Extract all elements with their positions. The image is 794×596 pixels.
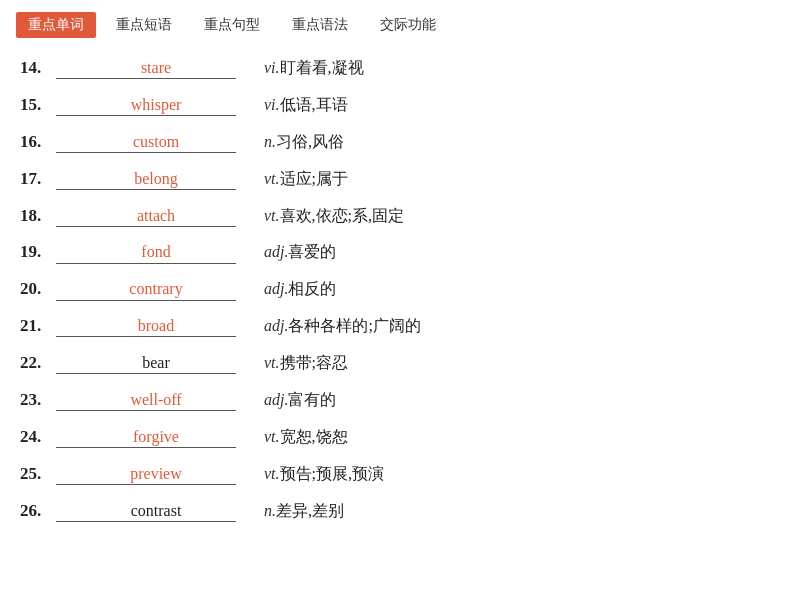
content: 14.starevi.盯着看,凝视15.whispervi.低语,耳语16.cu…: [0, 46, 794, 534]
vocab-definition: vt.预告;预展,预演: [264, 460, 384, 487]
vocab-word: whisper: [127, 91, 186, 118]
vocab-word: attach: [133, 202, 179, 229]
blank-area: broad: [56, 312, 256, 339]
vocab-row: 26.contrastn.差异,差别: [20, 493, 774, 530]
vocab-row: 24.forgivevt.宽恕,饶恕: [20, 419, 774, 456]
vocab-definition: vi.盯着看,凝视: [264, 54, 364, 81]
vocab-row: 21.broadadj.各种各样的;广阔的: [20, 308, 774, 345]
blank-area: stare: [56, 54, 256, 81]
vocab-definition: vt.携带;容忍: [264, 349, 348, 376]
blank-area: bear: [56, 349, 256, 376]
row-number: 23.: [20, 386, 56, 415]
vocab-row: 20.contraryadj.相反的: [20, 271, 774, 308]
blank-area: forgive: [56, 423, 256, 450]
vocab-word: broad: [134, 312, 178, 339]
row-number: 20.: [20, 275, 56, 304]
vocab-row: 14.starevi.盯着看,凝视: [20, 50, 774, 87]
vocab-word: well-off: [126, 386, 185, 413]
row-number: 15.: [20, 91, 56, 120]
tab-vocab[interactable]: 重点单词: [16, 12, 96, 38]
tab-sentence[interactable]: 重点句型: [192, 12, 272, 38]
row-number: 14.: [20, 54, 56, 83]
blank-area: attach: [56, 202, 256, 229]
vocab-row: 18.attachvt.喜欢,依恋;系,固定: [20, 198, 774, 235]
blank-area: fond: [56, 238, 256, 265]
vocab-word: belong: [130, 165, 182, 192]
vocab-definition: vt.宽恕,饶恕: [264, 423, 348, 450]
vocab-word: forgive: [129, 423, 183, 450]
row-number: 24.: [20, 423, 56, 452]
vocab-definition: n.习俗,风俗: [264, 128, 344, 155]
vocab-definition: adj.富有的: [264, 386, 336, 413]
row-number: 22.: [20, 349, 56, 378]
vocab-row: 15.whispervi.低语,耳语: [20, 87, 774, 124]
blank-area: contrary: [56, 275, 256, 302]
vocab-definition: vi.低语,耳语: [264, 91, 348, 118]
blank-area: belong: [56, 165, 256, 192]
tab-function[interactable]: 交际功能: [368, 12, 448, 38]
row-number: 21.: [20, 312, 56, 341]
vocab-definition: adj.各种各样的;广阔的: [264, 312, 421, 339]
vocab-row: 22.bearvt.携带;容忍: [20, 345, 774, 382]
vocab-row: 19.fondadj.喜爱的: [20, 234, 774, 271]
tab-phrase[interactable]: 重点短语: [104, 12, 184, 38]
vocab-row: 16.customn.习俗,风俗: [20, 124, 774, 161]
vocab-definition: vt.适应;属于: [264, 165, 348, 192]
vocab-row: 25.previewvt.预告;预展,预演: [20, 456, 774, 493]
row-number: 18.: [20, 202, 56, 231]
vocab-row: 23.well-offadj.富有的: [20, 382, 774, 419]
tab-grammar[interactable]: 重点语法: [280, 12, 360, 38]
row-number: 26.: [20, 497, 56, 526]
blank-area: custom: [56, 128, 256, 155]
vocab-definition: adj.喜爱的: [264, 238, 336, 265]
blank-area: contrast: [56, 497, 256, 524]
vocab-word: preview: [126, 460, 186, 487]
vocab-word: stare: [137, 54, 175, 81]
vocab-word: bear: [138, 349, 174, 376]
row-number: 16.: [20, 128, 56, 157]
vocab-word: custom: [129, 128, 183, 155]
blank-area: preview: [56, 460, 256, 487]
vocab-definition: vt.喜欢,依恋;系,固定: [264, 202, 404, 229]
blank-area: well-off: [56, 386, 256, 413]
tab-bar: 重点单词重点短语重点句型重点语法交际功能: [0, 0, 794, 46]
vocab-word: contrast: [127, 497, 186, 524]
row-number: 25.: [20, 460, 56, 489]
blank-area: whisper: [56, 91, 256, 118]
vocab-definition: n.差异,差别: [264, 497, 344, 524]
vocab-word: contrary: [125, 275, 186, 302]
vocab-definition: adj.相反的: [264, 275, 336, 302]
vocab-word: fond: [137, 238, 174, 265]
row-number: 19.: [20, 238, 56, 267]
row-number: 17.: [20, 165, 56, 194]
vocab-row: 17.belongvt.适应;属于: [20, 161, 774, 198]
